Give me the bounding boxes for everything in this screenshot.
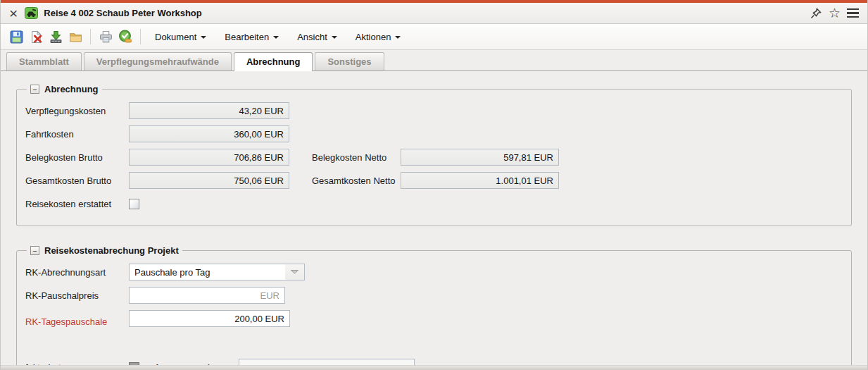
field-row-reisekosten-erstattet: Reisekosten erstattet xyxy=(25,195,843,212)
menu-label: Bearbeiten xyxy=(225,32,269,42)
menu-hamburger-icon[interactable] xyxy=(847,7,859,20)
field-row-rk-tagespauschale: RK-Tagespauschale xyxy=(25,310,843,352)
travel-app-icon xyxy=(25,7,38,19)
field-label: RK-Abrechnungsart xyxy=(25,267,129,278)
window-title: Reise 4 002 Schaub Peter Workshop xyxy=(44,8,201,18)
field-label: Reisekosten erstattet xyxy=(25,199,129,209)
reisekosten-erstattet-checkbox[interactable] xyxy=(129,199,139,209)
chevron-down-icon xyxy=(395,36,401,39)
section-abrechnung-header: − Abrechnung xyxy=(27,84,102,94)
pin-icon[interactable] xyxy=(810,7,822,20)
field-label-required: RK-Tagespauschale xyxy=(25,316,107,327)
field-row-fahrtkosten: Fahrtkosten xyxy=(25,125,843,142)
field-label: Belegkosten Brutto xyxy=(25,152,129,163)
menu-ansicht[interactable]: Ansicht xyxy=(291,28,344,46)
close-icon[interactable]: × xyxy=(9,6,18,20)
field-label: Belegkosten Netto xyxy=(312,152,401,163)
gesamtkosten-netto-field[interactable] xyxy=(401,172,559,189)
rk-tagespauschale-field[interactable] xyxy=(129,310,290,327)
section-projekt-header: − Reisekostenabrechung Projekt xyxy=(27,245,182,256)
section-abrechnung: − Abrechnung Verpflegungskosten Fahrtkos… xyxy=(16,84,852,226)
application-window: × Reise 4 002 Schaub Peter Workshop ☆ xyxy=(0,0,868,370)
menu-label: Aktionen xyxy=(356,32,391,42)
field-label: Verpflegungskosten xyxy=(25,106,129,116)
field-label: Gesamtkosten Brutto xyxy=(25,175,129,186)
verpflegungskosten-field[interactable] xyxy=(129,102,289,119)
field-label-wrap: RK-Tagespauschale xyxy=(25,310,129,334)
tab-content-abrechnung: − Abrechnung Verpflegungskosten Fahrtkos… xyxy=(1,71,867,370)
import-icon[interactable] xyxy=(46,27,65,46)
field-row-belegkosten: Belegkosten Brutto Belegkosten Netto xyxy=(25,149,843,166)
toolbar-separator xyxy=(140,29,141,44)
tab-verpflegungsmehraufwaende[interactable]: Verpflegungsmehraufwände xyxy=(84,52,232,70)
field-row-gesamtkosten: Gesamtkosten Brutto Gesamtkosten Netto xyxy=(25,172,843,189)
toolbar-separator xyxy=(90,29,91,44)
collapse-toggle-icon[interactable]: − xyxy=(30,246,39,255)
menu-dokument[interactable]: Dokument xyxy=(149,28,213,46)
tab-bar: Stammblatt Verpflegungsmehraufwände Abre… xyxy=(1,50,867,71)
dropdown-arrow-icon xyxy=(285,264,304,280)
field-row-rk-abrechnungsart: RK-Abrechnungsart Pauschale pro Tag xyxy=(25,264,843,280)
menu-bearbeiten[interactable]: Bearbeiten xyxy=(218,28,285,46)
rk-pauschalpreis-field[interactable] xyxy=(129,287,285,304)
rk-abrechnungsart-select[interactable]: Pauschale pro Tag xyxy=(129,264,305,280)
belegkosten-netto-field[interactable] xyxy=(401,149,559,166)
menu-label: Ansicht xyxy=(297,32,327,42)
gesamtkosten-brutto-field[interactable] xyxy=(129,172,289,189)
validate-icon[interactable] xyxy=(116,27,134,46)
field-label: Fahrtkosten xyxy=(25,129,129,140)
titlebar: × Reise 4 002 Schaub Peter Workshop ☆ xyxy=(1,3,867,24)
chevron-down-icon xyxy=(332,36,337,39)
belegkosten-brutto-field[interactable] xyxy=(129,149,289,166)
tab-stammblatt[interactable]: Stammblatt xyxy=(6,52,82,70)
chevron-down-icon xyxy=(201,36,206,39)
field-row-rk-pauschalpreis: RK-Pauschalpreis xyxy=(25,287,843,304)
field-row-verpflegungskosten: Verpflegungskosten xyxy=(25,102,843,119)
menu-aktionen[interactable]: Aktionen xyxy=(349,28,408,46)
section-reisekostenabrechung-projekt: − Reisekostenabrechung Projekt RK-Abrech… xyxy=(16,245,852,370)
toolbar: Dokument Bearbeiten Ansicht Aktionen xyxy=(1,24,867,50)
window-bottom-edge xyxy=(1,365,867,370)
tab-sonstiges[interactable]: Sonstiges xyxy=(315,52,384,70)
fahrtkosten-field[interactable] xyxy=(129,125,289,142)
field-label: RK-Pauschalpreis xyxy=(25,290,129,301)
menu-label: Dokument xyxy=(155,32,196,42)
section-title: Reisekostenabrechung Projekt xyxy=(44,245,179,256)
section-title: Abrechnung xyxy=(44,84,99,94)
field-label: Gesamtkosten Netto xyxy=(312,175,401,186)
save-icon[interactable] xyxy=(7,27,25,46)
selected-option: Pauschale pro Tag xyxy=(130,267,285,278)
favorite-star-icon[interactable]: ☆ xyxy=(829,7,841,20)
chevron-down-icon xyxy=(273,36,279,39)
tab-abrechnung[interactable]: Abrechnung xyxy=(234,52,313,71)
folder-icon[interactable] xyxy=(66,27,84,46)
collapse-toggle-icon[interactable]: − xyxy=(30,85,39,94)
delete-document-icon[interactable] xyxy=(27,27,45,46)
print-icon[interactable] xyxy=(96,27,115,46)
